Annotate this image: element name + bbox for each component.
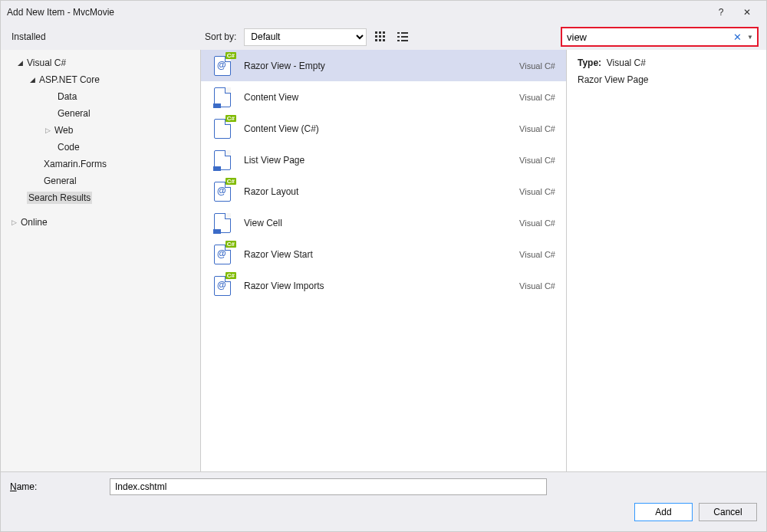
search-input[interactable] — [567, 31, 730, 43]
tree-node-web[interactable]: Web — [1, 122, 200, 139]
svg-rect-14 — [401, 40, 408, 41]
template-description: Razor View Page — [578, 74, 755, 85]
svg-rect-10 — [401, 32, 408, 34]
clear-search-icon[interactable]: ✕ — [730, 31, 745, 43]
close-button[interactable]: ✕ — [734, 3, 760, 21]
name-label: Name: — [10, 481, 102, 492]
svg-rect-3 — [375, 35, 377, 38]
tree-node-online[interactable]: Online — [1, 214, 200, 231]
svg-rect-6 — [375, 39, 377, 41]
toolbar: Installed Sort by: Default ✕ ▼ — [1, 24, 766, 50]
cancel-button[interactable]: Cancel — [699, 503, 757, 521]
svg-rect-11 — [397, 36, 400, 38]
add-button[interactable]: Add — [634, 503, 693, 521]
template-item-razor-view-imports[interactable]: C# Razor View Imports Visual C# — [201, 270, 566, 301]
razor-view-icon: C# — [212, 55, 233, 77]
template-item-razor-layout[interactable]: C# Razor Layout Visual C# — [201, 176, 566, 207]
svg-rect-5 — [383, 35, 385, 38]
svg-rect-12 — [401, 36, 408, 38]
template-item-content-view-cs[interactable]: C# Content View (C#) Visual C# — [201, 113, 566, 144]
svg-rect-1 — [379, 31, 381, 34]
template-item-content-view[interactable]: Content View Visual C# — [201, 81, 566, 113]
template-list: C# Razor View - Empty Visual C# Content … — [200, 50, 567, 471]
sort-by-select[interactable]: Default — [244, 28, 367, 46]
svg-rect-13 — [397, 40, 400, 41]
view-list-button[interactable] — [393, 28, 411, 46]
list-view-icon — [212, 149, 233, 171]
footer: Name: Add Cancel — [1, 471, 766, 532]
template-item-razor-view-start[interactable]: C# Razor View Start Visual C# — [201, 238, 566, 270]
chevron-icon — [8, 218, 19, 226]
chevron-icon — [42, 126, 53, 134]
razor-view-start-icon: C# — [212, 244, 233, 265]
help-button[interactable]: ? — [708, 3, 734, 21]
details-panel: Type: Visual C# Razor View Page — [567, 50, 766, 471]
type-label: Type: — [578, 57, 601, 68]
svg-rect-2 — [383, 31, 385, 34]
tree-node-xamarin-forms[interactable]: Xamarin.Forms — [1, 156, 200, 172]
content-view-icon — [212, 87, 233, 108]
tree-node-code[interactable]: Code — [1, 139, 200, 156]
template-item-razor-view-empty[interactable]: C# Razor View - Empty Visual C# — [201, 50, 566, 81]
tree-node-aspnet-core[interactable]: ASP.NET Core — [1, 71, 200, 88]
tree-header[interactable]: Installed — [1, 28, 200, 45]
category-tree: Visual C# ASP.NET Core Data General Web … — [1, 50, 200, 471]
search-box[interactable]: ✕ ▼ — [561, 27, 759, 47]
razor-view-imports-icon: C# — [212, 275, 233, 297]
chevron-icon — [27, 76, 38, 84]
tree-node-general-2[interactable]: General — [1, 172, 200, 189]
title-bar: Add New Item - MvcMovie ? ✕ — [1, 1, 766, 24]
content-view-cs-icon: C# — [212, 118, 233, 140]
view-cell-icon — [212, 212, 233, 234]
tree-node-general[interactable]: General — [1, 105, 200, 122]
type-value: Visual C# — [607, 57, 646, 68]
template-item-list-view-page[interactable]: List View Page Visual C# — [201, 144, 566, 176]
search-dropdown-icon[interactable]: ▼ — [745, 34, 755, 41]
name-input[interactable] — [110, 478, 547, 495]
svg-rect-7 — [379, 39, 381, 41]
svg-rect-8 — [383, 39, 385, 41]
tree-node-data[interactable]: Data — [1, 88, 200, 105]
svg-rect-9 — [397, 32, 400, 34]
sort-by-label: Sort by: — [205, 31, 236, 42]
razor-layout-icon: C# — [212, 181, 233, 202]
tree-node-search-results[interactable]: Search Results — [1, 189, 200, 206]
window-title: Add New Item - MvcMovie — [7, 7, 708, 18]
chevron-icon — [15, 59, 25, 67]
svg-rect-0 — [375, 31, 377, 34]
view-tiles-button[interactable] — [371, 28, 389, 46]
template-item-view-cell[interactable]: View Cell Visual C# — [201, 207, 566, 238]
svg-rect-4 — [379, 35, 381, 38]
tree-node-visual-csharp[interactable]: Visual C# — [1, 54, 200, 71]
